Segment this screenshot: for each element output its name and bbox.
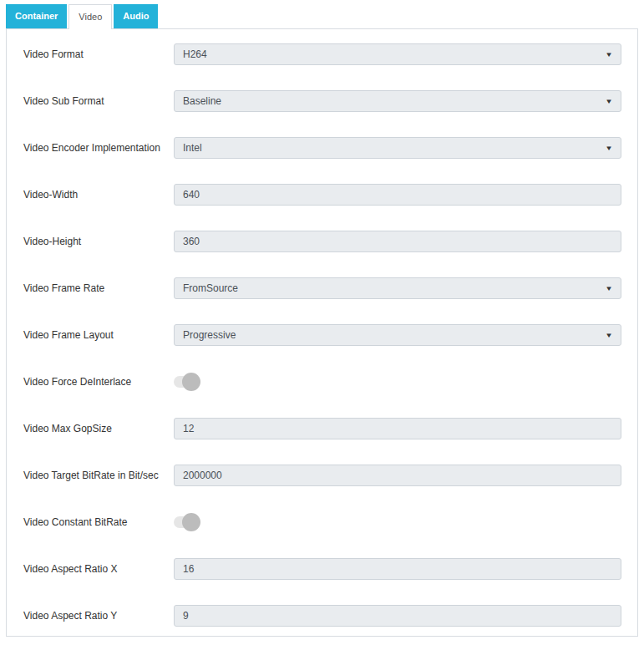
dropdown-value: Progressive (183, 329, 236, 341)
field-label: Video Frame Layout (23, 329, 174, 341)
input-video-width[interactable] (174, 184, 621, 206)
dropdown-value: Baseline (183, 95, 221, 107)
form-row-video-frame-layout: Video Frame Layout Progressive ▼ (7, 324, 637, 346)
field-label: Video Frame Rate (23, 282, 174, 294)
input-video-max-gopsize[interactable] (174, 418, 621, 439)
field-control (174, 558, 621, 580)
field-label: Video Constant BitRate (23, 516, 174, 528)
toggle-knob (182, 373, 200, 391)
field-label: Video-Width (23, 189, 174, 201)
field-label: Video Aspect Ratio Y (23, 610, 174, 622)
form-row-video-target-bitrate-in-bit-sec: Video Target BitRate in Bit/sec (7, 465, 637, 486)
field-control (174, 513, 621, 531)
form-row-video-frame-rate: Video Frame Rate FromSource ▼ (7, 277, 637, 299)
field-control (174, 418, 621, 439)
form-row-video-sub-format: Video Sub Format Baseline ▼ (7, 90, 637, 112)
form-row-video-format: Video Format H264 ▼ (7, 43, 637, 65)
field-label: Video Force DeInterlace (23, 376, 174, 388)
dropdown-video-format[interactable]: H264 ▼ (174, 43, 621, 65)
tab-audio[interactable]: Audio (114, 4, 158, 28)
tab-container[interactable]: Container (6, 4, 67, 28)
form-row-video-constant-bitrate: Video Constant BitRate (7, 511, 637, 533)
input-video-height[interactable] (174, 231, 621, 252)
chevron-down-icon: ▼ (605, 98, 613, 105)
field-label: Video Format (23, 48, 174, 60)
field-control: Baseline ▼ (174, 90, 621, 112)
chevron-down-icon: ▼ (605, 51, 613, 58)
form-row-video-aspect-ratio-y: Video Aspect Ratio Y (7, 605, 637, 627)
toggle-video-constant-bitrate[interactable] (174, 513, 200, 531)
field-label: Video Encoder Implementation (23, 142, 174, 154)
form-row-video-height: Video-Height (7, 231, 637, 252)
field-control (174, 184, 621, 206)
media-encoding-settings: Container Video Audio Video Format H264 … (0, 0, 644, 637)
field-control: Progressive ▼ (174, 324, 621, 346)
form-row-video-aspect-ratio-x: Video Aspect Ratio X (7, 558, 637, 580)
input-video-aspect-ratio-x[interactable] (174, 558, 621, 580)
toggle-knob (182, 513, 200, 531)
form-row-video-encoder-implementation: Video Encoder Implementation Intel ▼ (7, 137, 637, 159)
form-row-video-force-deinterlace: Video Force DeInterlace (7, 371, 637, 393)
video-settings-form: Video Format H264 ▼ Video Sub Format Bas… (6, 28, 638, 637)
field-control: FromSource ▼ (174, 277, 621, 299)
dropdown-value: FromSource (183, 282, 238, 294)
field-label: Video-Height (23, 236, 174, 247)
toggle-video-force-deinterlace[interactable] (174, 373, 200, 391)
chevron-down-icon: ▼ (605, 332, 613, 339)
chevron-down-icon: ▼ (605, 285, 613, 292)
dropdown-video-frame-rate[interactable]: FromSource ▼ (174, 277, 621, 299)
chevron-down-icon: ▼ (605, 145, 613, 152)
field-control (174, 605, 621, 627)
input-video-target-bitrate-in-bit-sec[interactable] (174, 465, 621, 486)
input-video-aspect-ratio-y[interactable] (174, 605, 621, 627)
field-control (174, 465, 621, 486)
dropdown-value: H264 (183, 48, 207, 60)
dropdown-video-encoder-implementation[interactable]: Intel ▼ (174, 137, 621, 159)
form-row-video-max-gopsize: Video Max GopSize (7, 418, 637, 439)
form-row-video-width: Video-Width (7, 184, 637, 206)
field-control (174, 231, 621, 252)
dropdown-video-frame-layout[interactable]: Progressive ▼ (174, 324, 621, 346)
tab-video[interactable]: Video (68, 4, 112, 29)
field-control: H264 ▼ (174, 43, 621, 65)
dropdown-video-sub-format[interactable]: Baseline ▼ (174, 90, 621, 112)
dropdown-value: Intel (183, 142, 202, 154)
field-label: Video Max GopSize (23, 423, 174, 434)
field-label: Video Target BitRate in Bit/sec (23, 470, 174, 481)
field-control: Intel ▼ (174, 137, 621, 159)
field-control (174, 373, 621, 391)
field-label: Video Sub Format (23, 95, 174, 107)
tab-bar: Container Video Audio (0, 0, 644, 28)
field-label: Video Aspect Ratio X (23, 563, 174, 575)
